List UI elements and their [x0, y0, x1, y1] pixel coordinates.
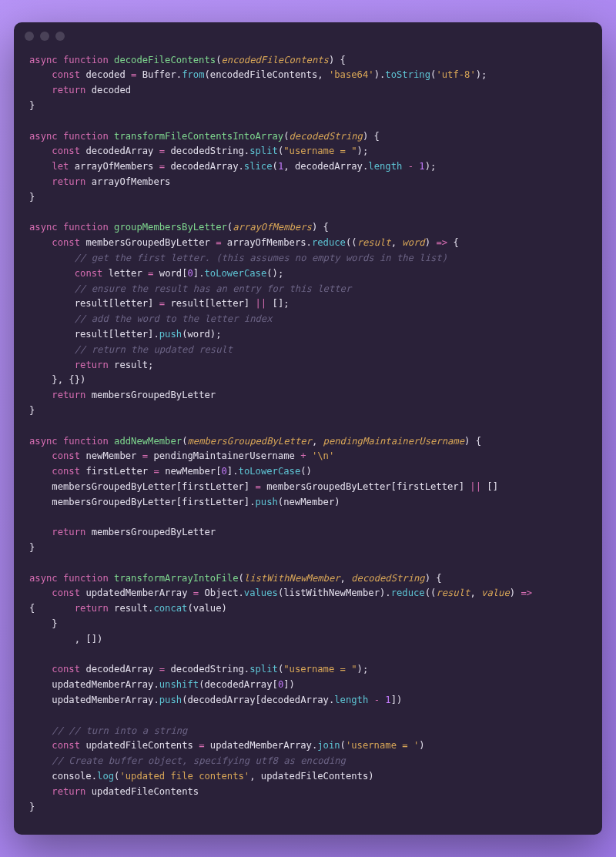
code-line: async function transformArrayIntoFile(li…: [29, 571, 587, 587]
code-token: membersGroupedByLetter: [187, 436, 311, 447]
code-token: );: [425, 161, 437, 172]
code-token: result.: [109, 603, 154, 614]
code-token: ||: [470, 481, 481, 492]
code-line: { return result.concat(value): [29, 601, 587, 617]
code-token: =: [153, 466, 159, 477]
code-token: );: [357, 146, 369, 156]
code-token: ,: [340, 573, 352, 584]
code-token: membersGroupedByLetter[firstLetter]: [29, 481, 256, 492]
code-line: [29, 708, 587, 724]
code-line: const decodedArray = decodedString.split…: [29, 144, 587, 159]
code-token: (word);: [182, 329, 221, 340]
code-token: split: [249, 664, 278, 675]
code-token: result: [357, 237, 391, 248]
code-editor-content: async function decodeFileContents(encode…: [14, 50, 602, 835]
code-token: [29, 69, 52, 80]
code-line: const letter = word[0].toLowerCase();: [29, 266, 587, 282]
code-line: }: [29, 541, 587, 556]
code-token: split: [249, 146, 278, 156]
code-token: ].: [227, 466, 239, 477]
code-token: [29, 85, 52, 95]
code-token: reduce: [312, 237, 346, 248]
code-token: [29, 664, 52, 675]
code-line: const membersGroupedByLetter = arrayOfMe…: [29, 236, 587, 251]
code-token: {: [29, 603, 75, 614]
code-line: }, {}): [29, 373, 587, 388]
code-token: values: [244, 588, 278, 598]
code-token: [29, 360, 75, 370]
code-token: const: [52, 466, 85, 477]
code-token: ) {: [464, 436, 481, 447]
code-line: updatedMemberArray.push(decodedArray[dec…: [29, 693, 587, 708]
code-token: log: [97, 771, 114, 782]
window-dot-close[interactable]: [25, 32, 34, 41]
code-line: return updatedFileContents: [29, 785, 587, 800]
code-line: // ensure the result has an entry for th…: [29, 282, 587, 297]
code-token: word[: [153, 268, 187, 279]
code-token: , []): [29, 634, 102, 644]
code-token: addNewMember: [114, 436, 182, 447]
code-token: decodedArray.: [165, 161, 244, 172]
code-token: "username = ": [283, 664, 357, 675]
code-line: return result;: [29, 358, 587, 373]
code-token: Object.: [199, 588, 244, 598]
code-token: unshift: [159, 679, 199, 690]
code-token: ((: [425, 588, 437, 598]
code-token: ): [425, 237, 437, 248]
window-dot-maximize[interactable]: [55, 32, 65, 41]
code-token: const: [52, 69, 85, 80]
code-token: [368, 695, 373, 705]
code-token: =>: [521, 588, 532, 598]
code-token: return: [75, 603, 109, 614]
code-token: async function: [29, 573, 114, 584]
code-line: const newMember = pendingMaintainerUsern…: [29, 449, 587, 464]
window-dot-minimize[interactable]: [40, 32, 49, 41]
code-line: return arrayOfMembers: [29, 175, 587, 190]
code-token: (: [239, 573, 244, 584]
code-token: [29, 161, 52, 172]
code-line: const updatedMemberArray = Object.values…: [29, 586, 587, 601]
code-token: =>: [436, 237, 447, 248]
code-token: word: [402, 237, 424, 248]
code-token: );: [357, 664, 369, 675]
code-line: // add the word to the letter index: [29, 312, 587, 327]
code-token: // Create buffer object, specifying utf8…: [52, 755, 346, 766]
code-token: (encodedFileContents,: [205, 69, 329, 80]
code-token: value: [481, 588, 510, 598]
code-token: const: [52, 450, 85, 461]
code-token: toLowerCase: [239, 466, 301, 477]
code-token: // get the first letter. (this assumes n…: [75, 253, 447, 263]
code-line: [29, 114, 587, 129]
code-token: (listWithNewMember).: [278, 588, 391, 598]
code-token: async function: [29, 222, 114, 233]
code-token: [29, 176, 52, 187]
code-token: [29, 450, 52, 461]
code-line: result[letter].push(word);: [29, 327, 587, 343]
code-token: ) {: [312, 222, 329, 233]
code-token: ,: [312, 436, 323, 447]
code-token: membersGroupedByLetter: [85, 390, 216, 400]
code-token: }: [29, 802, 35, 812]
code-token: }: [29, 405, 35, 416]
code-token: encodedFileContents: [221, 55, 328, 65]
code-line: }: [29, 99, 587, 114]
code-token: "username = ": [283, 146, 357, 156]
code-line: const firstLetter = newMember[0].toLower…: [29, 464, 587, 480]
code-token: [];: [266, 298, 289, 309]
code-token: decodedArray: [85, 146, 159, 156]
code-token: [29, 237, 52, 248]
code-token: const: [52, 588, 85, 598]
code-token: async function: [29, 55, 114, 65]
code-token: arrayOfMembers.: [222, 237, 312, 248]
code-token: decodedString: [290, 131, 363, 142]
code-token: [402, 161, 407, 172]
code-token: const: [52, 237, 85, 248]
code-token: // return the updated result: [75, 344, 233, 355]
code-token: toString: [385, 69, 430, 80]
code-token: newMember: [85, 450, 142, 461]
window-titlebar: [14, 22, 602, 50]
code-token: let: [52, 161, 74, 172]
code-line: }: [29, 403, 587, 419]
code-token: (value): [187, 603, 226, 614]
code-token: const: [52, 664, 85, 675]
